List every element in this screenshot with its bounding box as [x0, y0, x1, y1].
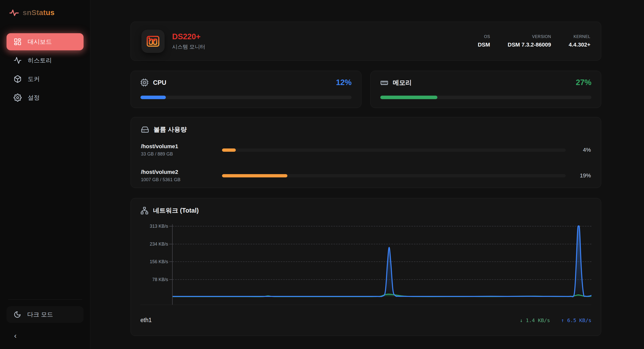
network-series-svg: [173, 224, 591, 305]
volume-card-title: 볼륨 사용량: [154, 125, 187, 134]
cpu-card: CPU 12%: [131, 71, 361, 108]
network-card: 네트워크 (Total) 313 KB/s234 KB/s156 KB/s78 …: [131, 198, 601, 336]
sidebar-item-dashboard[interactable]: 대시보드: [7, 33, 84, 50]
nas-device-tile: [141, 30, 165, 53]
hard-drive-icon: [141, 126, 149, 134]
memory-progress-track: [380, 96, 591, 99]
sidebar-item-settings[interactable]: 설정: [7, 89, 84, 106]
cpu-percent: 12%: [336, 78, 352, 87]
volume-percent: 19%: [566, 172, 591, 179]
sidebar: snStatus 대시보드 히스토리 도커 설정 다크 모드: [0, 0, 90, 349]
sidebar-spacer: [7, 106, 84, 299]
dashboard-icon: [14, 38, 22, 46]
pulse-logo-icon: [9, 8, 19, 18]
y-axis-tick: [169, 226, 172, 226]
network-chart: 313 KB/s234 KB/s156 KB/s78 KB/s: [140, 224, 591, 305]
memory-title: 메모리: [393, 79, 412, 87]
volume-track: [222, 148, 566, 152]
cpu-progress-fill: [140, 96, 166, 99]
volume-percent: 4%: [566, 147, 591, 153]
chart-plot-area: [172, 224, 591, 305]
app-window: snStatus 대시보드 히스토리 도커 설정 다크 모드: [0, 0, 644, 349]
y-axis-tick: [169, 244, 172, 244]
volume-track: [222, 174, 566, 177]
cpu-icon: [140, 79, 148, 87]
y-axis-tick-label: 234 KB/s: [150, 242, 168, 247]
stat-value: DSM: [478, 42, 490, 48]
stat-os: OS DSM: [478, 34, 490, 48]
volume-size: 1007 GB / 5361 GB: [141, 177, 222, 182]
volume-usage-card: 볼륨 사용량 /host/volume1 33 GB / 889 GB 4% /…: [131, 117, 601, 188]
chevron-left-icon: ‹: [14, 331, 17, 340]
main-content: DS220+ 시스템 모니터 OS DSM VERSION DSM 7.3.2-…: [90, 0, 644, 349]
nas-device-icon: [146, 34, 160, 49]
interface-name: eth1: [140, 317, 152, 324]
volume-fill: [222, 148, 236, 152]
volume-name: /host/volume2: [141, 169, 222, 175]
volume-row-1: /host/volume1 33 GB / 889 GB 4%: [141, 143, 591, 157]
memory-percent: 27%: [576, 78, 591, 87]
y-axis-tick-label: 156 KB/s: [150, 259, 168, 264]
y-axis-tick: [169, 279, 172, 280]
network-footer: eth1 ↓ 1.4 KB/s ↑ 6.5 KB/s: [140, 305, 591, 336]
upload-rate: ↑ 6.5 KB/s: [561, 317, 591, 323]
cpu-title: CPU: [153, 79, 166, 86]
memory-progress-fill: [380, 96, 437, 99]
volume-size: 33 GB / 889 GB: [141, 151, 222, 157]
stat-label: VERSION: [532, 34, 551, 39]
sidebar-item-history[interactable]: 히스토리: [7, 52, 84, 69]
system-stats: OS DSM VERSION DSM 7.3.2-86009 KERNEL 4.…: [478, 34, 590, 48]
y-axis-tick: [169, 261, 172, 262]
memory-card: 메모리 27%: [370, 71, 601, 108]
volume-row-2: /host/volume2 1007 GB / 5361 GB 19%: [141, 169, 591, 182]
dark-mode-label: 다크 모드: [27, 311, 53, 319]
dark-mode-toggle[interactable]: 다크 모드: [7, 306, 84, 323]
network-icon: [140, 207, 148, 215]
stat-kernel: KERNEL 4.4.302+: [569, 34, 590, 48]
sidebar-item-docker[interactable]: 도커: [7, 70, 84, 88]
system-header-card: DS220+ 시스템 모니터 OS DSM VERSION DSM 7.3.2-…: [131, 22, 601, 61]
memory-icon: [380, 79, 388, 87]
volume-fill: [222, 174, 287, 177]
cpu-progress-track: [140, 96, 352, 99]
y-axis-tick-label: 78 KB/s: [152, 277, 168, 282]
sidebar-divider: [8, 299, 82, 300]
gauge-row: CPU 12% 메모리 27%: [131, 71, 601, 108]
app-logo: snStatus: [7, 8, 84, 18]
device-model-title: DS220+: [172, 32, 205, 41]
sidebar-item-label: 대시보드: [28, 38, 52, 46]
volume-name: /host/volume1: [141, 143, 222, 150]
download-rate: ↓ 1.4 KB/s: [520, 317, 550, 323]
stat-value: 4.4.302+: [569, 42, 590, 48]
sidebar-item-label: 설정: [28, 94, 40, 102]
app-name: snStatus: [23, 8, 55, 17]
stat-label: OS: [484, 34, 490, 39]
sidebar-item-label: 도커: [28, 75, 40, 83]
stat-label: KERNEL: [574, 34, 590, 39]
stat-version: VERSION DSM 7.3.2-86009: [508, 34, 551, 48]
chart-y-axis-labels: 313 KB/s234 KB/s156 KB/s78 KB/s: [140, 224, 172, 305]
header-titles: DS220+ 시스템 모니터: [172, 32, 205, 50]
moon-icon: [14, 311, 21, 318]
network-card-title: 네트워크 (Total): [153, 206, 199, 215]
device-subtitle: 시스템 모니터: [172, 43, 205, 50]
container-box-icon: [14, 75, 22, 83]
gear-icon: [14, 94, 22, 102]
sidebar-nav: 대시보드 히스토리 도커 설정: [7, 33, 84, 106]
sidebar-item-label: 히스토리: [28, 56, 52, 64]
activity-icon: [14, 56, 22, 64]
y-axis-tick-label: 313 KB/s: [150, 224, 168, 229]
sidebar-collapse-button[interactable]: ‹: [7, 331, 27, 340]
stat-value: DSM 7.3.2-86009: [508, 42, 551, 48]
